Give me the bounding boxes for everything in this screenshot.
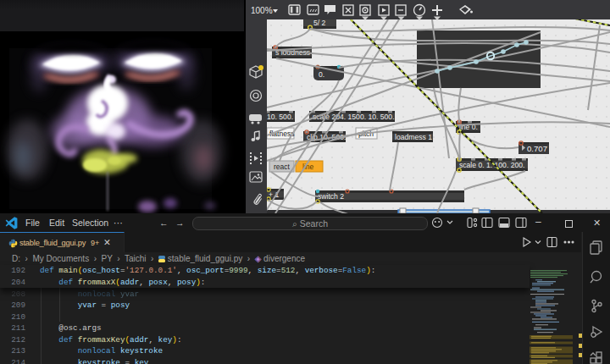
svg-text:10. 500.: 10. 500. xyxy=(267,113,293,121)
svg-text:0.707: 0.707 xyxy=(527,144,547,153)
svg-text:0.: 0. xyxy=(319,70,324,79)
svg-text:switch 2: switch 2 xyxy=(318,192,344,201)
svg-text:5/ 2: 5/ 2 xyxy=(313,19,326,27)
svg-text:react: react xyxy=(274,163,291,171)
svg-text:loadmess 1: loadmess 1 xyxy=(395,133,432,141)
svg-text:100%: 100% xyxy=(251,6,273,15)
